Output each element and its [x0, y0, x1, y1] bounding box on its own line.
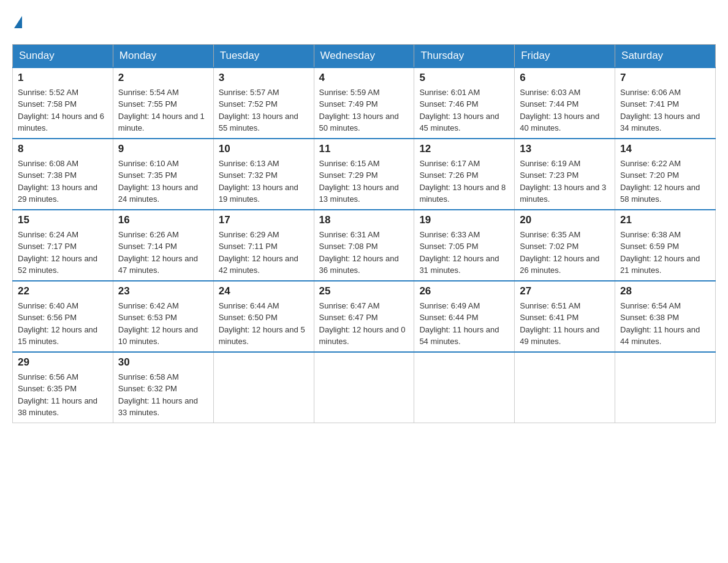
calendar-cell	[213, 352, 314, 423]
calendar-header-row: SundayMondayTuesdayWednesdayThursdayFrid…	[13, 44, 716, 67]
calendar-cell: 8 Sunrise: 6:08 AMSunset: 7:38 PMDayligh…	[13, 139, 113, 210]
day-number: 17	[219, 214, 309, 226]
col-header-sunday: Sunday	[13, 44, 113, 67]
day-number: 28	[620, 285, 710, 297]
week-row-4: 22 Sunrise: 6:40 AMSunset: 6:56 PMDaylig…	[13, 281, 716, 352]
day-info: Sunrise: 6:19 AMSunset: 7:23 PMDaylight:…	[520, 159, 606, 204]
calendar-cell: 10 Sunrise: 6:13 AMSunset: 7:32 PMDaylig…	[213, 139, 314, 210]
calendar-cell	[615, 352, 716, 423]
day-number: 25	[319, 285, 409, 297]
day-info: Sunrise: 5:59 AMSunset: 7:49 PMDaylight:…	[319, 88, 399, 133]
day-info: Sunrise: 6:49 AMSunset: 6:44 PMDaylight:…	[419, 301, 499, 347]
day-number: 10	[219, 143, 309, 155]
day-info: Sunrise: 5:57 AMSunset: 7:52 PMDaylight:…	[219, 88, 298, 133]
day-number: 30	[118, 356, 208, 369]
day-info: Sunrise: 6:10 AMSunset: 7:35 PMDaylight:…	[118, 159, 198, 204]
day-number: 7	[620, 72, 710, 84]
calendar-cell: 5 Sunrise: 6:01 AMSunset: 7:46 PMDayligh…	[414, 67, 515, 139]
day-info: Sunrise: 6:01 AMSunset: 7:46 PMDaylight:…	[419, 88, 499, 133]
day-number: 9	[118, 143, 208, 155]
day-info: Sunrise: 6:06 AMSunset: 7:41 PMDaylight:…	[620, 88, 700, 133]
day-info: Sunrise: 6:29 AMSunset: 7:11 PMDaylight:…	[219, 230, 298, 275]
calendar-cell: 21 Sunrise: 6:38 AMSunset: 6:59 PMDaylig…	[615, 210, 716, 281]
day-number: 19	[419, 214, 509, 226]
day-number: 22	[18, 285, 108, 297]
calendar-cell: 25 Sunrise: 6:47 AMSunset: 6:47 PMDaylig…	[314, 281, 414, 352]
day-info: Sunrise: 6:13 AMSunset: 7:32 PMDaylight:…	[219, 159, 298, 204]
calendar-cell: 26 Sunrise: 6:49 AMSunset: 6:44 PMDaylig…	[414, 281, 515, 352]
week-row-2: 8 Sunrise: 6:08 AMSunset: 7:38 PMDayligh…	[13, 139, 716, 210]
day-info: Sunrise: 6:31 AMSunset: 7:08 PMDaylight:…	[319, 230, 399, 275]
day-info: Sunrise: 6:35 AMSunset: 7:02 PMDaylight:…	[520, 230, 599, 275]
week-row-3: 15 Sunrise: 6:24 AMSunset: 7:17 PMDaylig…	[13, 210, 716, 281]
day-info: Sunrise: 6:03 AMSunset: 7:44 PMDaylight:…	[520, 88, 599, 133]
calendar-cell: 27 Sunrise: 6:51 AMSunset: 6:41 PMDaylig…	[515, 281, 615, 352]
day-info: Sunrise: 6:38 AMSunset: 6:59 PMDaylight:…	[620, 230, 700, 275]
calendar-cell: 4 Sunrise: 5:59 AMSunset: 7:49 PMDayligh…	[314, 67, 414, 139]
calendar-cell	[314, 352, 414, 423]
day-info: Sunrise: 6:54 AMSunset: 6:38 PMDaylight:…	[620, 301, 700, 347]
calendar-cell: 12 Sunrise: 6:17 AMSunset: 7:26 PMDaylig…	[414, 139, 515, 210]
day-number: 18	[319, 214, 409, 226]
day-info: Sunrise: 6:44 AMSunset: 6:50 PMDaylight:…	[219, 301, 305, 347]
day-number: 29	[18, 356, 108, 369]
day-info: Sunrise: 6:58 AMSunset: 6:32 PMDaylight:…	[118, 372, 198, 418]
day-number: 21	[620, 214, 710, 226]
calendar-cell: 3 Sunrise: 5:57 AMSunset: 7:52 PMDayligh…	[213, 67, 314, 139]
calendar-cell: 13 Sunrise: 6:19 AMSunset: 7:23 PMDaylig…	[515, 139, 615, 210]
calendar-cell: 16 Sunrise: 6:26 AMSunset: 7:14 PMDaylig…	[113, 210, 213, 281]
calendar-cell: 22 Sunrise: 6:40 AMSunset: 6:56 PMDaylig…	[13, 281, 113, 352]
col-header-saturday: Saturday	[615, 44, 716, 67]
day-number: 23	[118, 285, 208, 297]
day-number: 15	[18, 214, 108, 226]
calendar-cell: 24 Sunrise: 6:44 AMSunset: 6:50 PMDaylig…	[213, 281, 314, 352]
calendar-cell: 29 Sunrise: 6:56 AMSunset: 6:35 PMDaylig…	[13, 352, 113, 423]
day-number: 27	[520, 285, 610, 297]
day-number: 4	[319, 72, 409, 84]
calendar-cell: 14 Sunrise: 6:22 AMSunset: 7:20 PMDaylig…	[615, 139, 716, 210]
col-header-friday: Friday	[515, 44, 615, 67]
day-number: 1	[18, 72, 108, 84]
calendar-table: SundayMondayTuesdayWednesdayThursdayFrid…	[12, 44, 716, 423]
day-info: Sunrise: 6:08 AMSunset: 7:38 PMDaylight:…	[18, 159, 97, 204]
day-number: 26	[419, 285, 509, 297]
calendar-cell: 1 Sunrise: 5:52 AMSunset: 7:58 PMDayligh…	[13, 67, 113, 139]
calendar-cell: 18 Sunrise: 6:31 AMSunset: 7:08 PMDaylig…	[314, 210, 414, 281]
calendar-cell	[414, 352, 515, 423]
day-number: 16	[118, 214, 208, 226]
day-number: 5	[419, 72, 509, 84]
calendar-cell: 19 Sunrise: 6:33 AMSunset: 7:05 PMDaylig…	[414, 210, 515, 281]
calendar-cell: 9 Sunrise: 6:10 AMSunset: 7:35 PMDayligh…	[113, 139, 213, 210]
day-info: Sunrise: 5:52 AMSunset: 7:58 PMDaylight:…	[18, 88, 104, 133]
logo-triangle-icon	[14, 16, 22, 28]
day-number: 20	[520, 214, 610, 226]
calendar-cell: 17 Sunrise: 6:29 AMSunset: 7:11 PMDaylig…	[213, 210, 314, 281]
week-row-1: 1 Sunrise: 5:52 AMSunset: 7:58 PMDayligh…	[13, 67, 716, 139]
day-number: 14	[620, 143, 710, 155]
day-info: Sunrise: 6:42 AMSunset: 6:53 PMDaylight:…	[118, 301, 198, 347]
calendar-cell: 30 Sunrise: 6:58 AMSunset: 6:32 PMDaylig…	[113, 352, 213, 423]
week-row-5: 29 Sunrise: 6:56 AMSunset: 6:35 PMDaylig…	[13, 352, 716, 423]
day-number: 8	[18, 143, 108, 155]
day-info: Sunrise: 6:24 AMSunset: 7:17 PMDaylight:…	[18, 230, 97, 275]
day-number: 24	[219, 285, 309, 297]
logo	[12, 12, 22, 32]
calendar-cell: 2 Sunrise: 5:54 AMSunset: 7:55 PMDayligh…	[113, 67, 213, 139]
calendar-cell: 7 Sunrise: 6:06 AMSunset: 7:41 PMDayligh…	[615, 67, 716, 139]
calendar-cell: 28 Sunrise: 6:54 AMSunset: 6:38 PMDaylig…	[615, 281, 716, 352]
day-number: 3	[219, 72, 309, 84]
day-number: 12	[419, 143, 509, 155]
day-info: Sunrise: 6:26 AMSunset: 7:14 PMDaylight:…	[118, 230, 198, 275]
page-header	[12, 12, 716, 32]
day-info: Sunrise: 6:33 AMSunset: 7:05 PMDaylight:…	[419, 230, 499, 275]
col-header-tuesday: Tuesday	[213, 44, 314, 67]
day-number: 11	[319, 143, 409, 155]
day-number: 2	[118, 72, 208, 84]
day-info: Sunrise: 6:56 AMSunset: 6:35 PMDaylight:…	[18, 372, 97, 418]
col-header-wednesday: Wednesday	[314, 44, 414, 67]
col-header-monday: Monday	[113, 44, 213, 67]
calendar-cell: 20 Sunrise: 6:35 AMSunset: 7:02 PMDaylig…	[515, 210, 615, 281]
day-info: Sunrise: 5:54 AMSunset: 7:55 PMDaylight:…	[118, 88, 205, 133]
calendar-cell: 11 Sunrise: 6:15 AMSunset: 7:29 PMDaylig…	[314, 139, 414, 210]
day-number: 6	[520, 72, 610, 84]
